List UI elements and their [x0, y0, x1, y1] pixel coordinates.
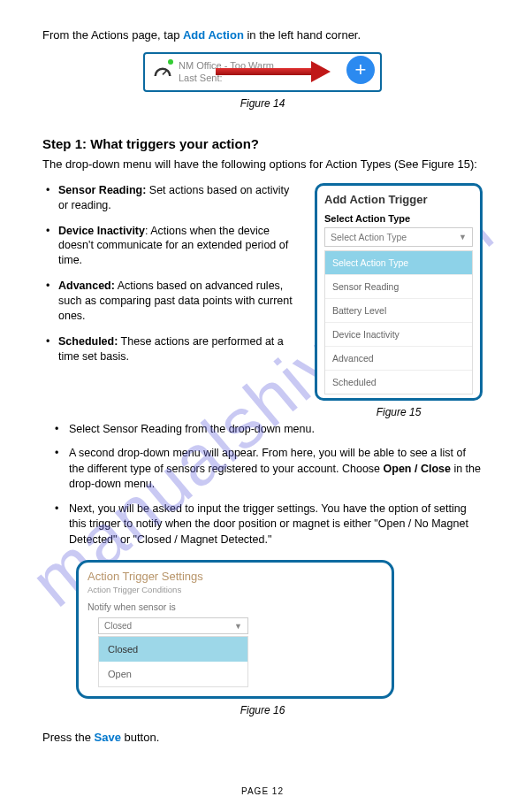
intro-pre: From the Actions page, tap	[42, 28, 183, 42]
step1-heading: Step 1: What triggers your action?	[42, 136, 483, 151]
fig16-notify-label: Notify when sensor is	[88, 601, 383, 612]
dropdown-option[interactable]: Device Inactivity	[325, 323, 472, 347]
intro-post: in the left hand corner.	[244, 28, 361, 42]
dropdown-option[interactable]: Scheduled	[325, 371, 472, 394]
chevron-down-icon: ▼	[234, 622, 242, 631]
gauge-icon	[154, 65, 171, 78]
fig15-label: Select Action Type	[324, 213, 473, 224]
save-instruction: Press the Save button.	[42, 731, 483, 744]
svg-line-0	[163, 71, 167, 75]
status-dot-icon	[168, 59, 173, 65]
step1-desc: The drop-down menu will have the followi…	[42, 157, 483, 172]
intro-text: From the Actions page, tap Add Action in…	[42, 28, 483, 42]
dropdown-option[interactable]: Advanced	[325, 347, 472, 371]
add-action-bold: Add Action	[183, 28, 244, 42]
figure-16-panel: Action Trigger Settings Action Trigger C…	[76, 560, 394, 699]
figure-14-caption: Figure 14	[42, 97, 483, 110]
add-action-button[interactable]: +	[346, 56, 375, 84]
sensor-state-select[interactable]: Closed▼	[98, 617, 248, 634]
action-type-item: Sensor Reading: Set actions based on act…	[58, 183, 301, 213]
action-type-item: Advanced: Actions based on advanced rule…	[58, 279, 301, 324]
figure-15-panel: Add Action Trigger Select Action Type Se…	[315, 183, 483, 401]
dropdown-option[interactable]: Closed	[99, 637, 247, 662]
red-arrow-icon	[216, 63, 331, 80]
chevron-down-icon: ▼	[459, 233, 467, 241]
fig16-sub: Action Trigger Conditions	[88, 585, 383, 594]
instruction-item: Next, you will be asked to input the tri…	[69, 502, 483, 548]
sensor-state-dropdown: Closed Open	[98, 636, 248, 687]
figure-16-caption: Figure 16	[42, 704, 483, 716]
fig16-title: Action Trigger Settings	[88, 570, 383, 583]
instruction-item: A second drop-down menu will appear. Fro…	[69, 446, 483, 493]
action-type-dropdown: Select Action Type Sensor Reading Batter…	[324, 250, 473, 395]
action-type-select[interactable]: Select Action Type▼	[324, 227, 473, 247]
dropdown-option[interactable]: Sensor Reading	[325, 275, 472, 299]
figure-15-caption: Figure 15	[315, 406, 483, 418]
figure-14-card: NM Office - Too Warm Last Sent: +	[143, 52, 382, 92]
page-number: PAGE 12	[0, 786, 525, 796]
fig15-title: Add Action Trigger	[324, 193, 473, 206]
dropdown-option[interactable]: Select Action Type	[325, 251, 472, 275]
instruction-item: Select Sensor Reading from the drop-down…	[69, 422, 483, 438]
action-type-item: Scheduled: These actions are performed a…	[58, 334, 301, 364]
dropdown-option[interactable]: Open	[99, 662, 247, 686]
dropdown-option[interactable]: Battery Level	[325, 299, 472, 323]
action-type-item: Device Inactivity: Actions when the devi…	[58, 224, 301, 269]
